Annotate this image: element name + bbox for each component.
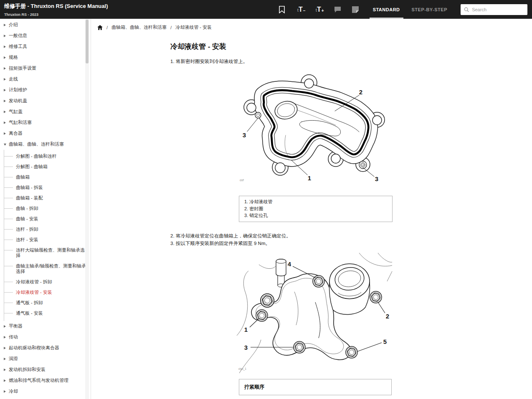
legend-line: 3. 销定位孔 — [244, 212, 388, 219]
app-title: 维修手册 - Thruxton RS (Service Manual) — [4, 3, 108, 10]
sidebar-item[interactable]: 燃油和排气系统与发动机管理 — [0, 375, 91, 386]
sidebar-subitem[interactable]: 曲轴箱 — [4, 172, 91, 182]
sidebar-item[interactable]: 离合器 — [0, 128, 91, 139]
figure-coolant-manifold: 2 3 1 3 cizf — [239, 73, 393, 182]
sidebar-subitem[interactable]: 连杆 - 拆卸 — [4, 224, 91, 235]
tree-connector — [4, 282, 13, 282]
sidebar-subitem[interactable]: 曲轴箱 - 装配 — [4, 193, 91, 203]
sidebar-subitem[interactable]: 曲轴 - 安装 — [4, 214, 91, 224]
chevron-right-icon — [4, 111, 6, 113]
sidebar-item[interactable]: 介绍 — [0, 20, 91, 30]
sidebar-item[interactable]: 气缸盖 — [0, 106, 91, 117]
comment-icon[interactable] — [334, 6, 341, 13]
sidebar-subitem[interactable]: 连杆大端轴颈检查、测量和轴承选择 — [4, 245, 91, 261]
plus-icon: + — [322, 9, 324, 13]
sidebar-scrollbar-track[interactable] — [85, 19, 89, 399]
header-titles: 维修手册 - Thruxton RS (Service Manual) Thru… — [0, 3, 108, 17]
tree-connector — [4, 266, 13, 266]
tree-connector — [4, 303, 13, 303]
procedure-step: 2. 将冷却液歧管定位在曲轴箱上，确保定位销正确定位。 — [170, 232, 396, 240]
breadcrumb-separator: / — [170, 25, 172, 30]
sidebar-item[interactable]: 起动机驱动和楔块离合器 — [0, 343, 91, 354]
sidebar-item-expanded[interactable]: 曲轴箱、曲轴、连杆和活塞 — [0, 139, 91, 150]
figure1-callout-1: 1 — [308, 174, 311, 182]
bolt-5 — [346, 346, 357, 358]
figure1-callout-3b: 3 — [375, 175, 378, 182]
minus-icon: − — [303, 9, 306, 13]
app-header: 维修手册 - Thruxton RS (Service Manual) Thru… — [0, 0, 532, 19]
font-big-glyph: T — [299, 7, 303, 13]
sidebar-subtree: 分解图 - 曲轴和连杆 分解图 - 曲轴箱 曲轴箱 曲轴箱 - 拆装 曲轴箱 -… — [4, 150, 91, 321]
search-box[interactable] — [461, 4, 527, 15]
sidebar-item[interactable]: 计划维护 — [0, 85, 91, 96]
breadcrumb-separator: / — [106, 25, 108, 30]
sidebar-item[interactable]: 润滑 — [0, 354, 91, 364]
tightening-sequence-title: 拧紧顺序 — [244, 384, 264, 390]
tree-connector — [4, 187, 13, 188]
sidebar-nav: 介绍 一般信息 维修工具 规格 扭矩扳手设置 走线 计划维护 发动机盖 气缸盖 … — [0, 19, 91, 399]
legend-line: 1. 冷却液歧管 — [244, 198, 388, 205]
tree-connector — [4, 198, 13, 198]
sidebar-scrollbar-thumb[interactable] — [86, 20, 89, 63]
chevron-right-icon — [4, 369, 6, 371]
figure1-callout-2: 2 — [359, 88, 362, 96]
figure2-callout-4: 4 — [288, 260, 291, 268]
search-input[interactable] — [472, 7, 524, 12]
chevron-right-icon — [4, 45, 6, 48]
note-icon[interactable] — [352, 6, 359, 13]
home-icon[interactable] — [97, 25, 103, 30]
sidebar-item[interactable]: 走线 — [0, 74, 91, 85]
figure-tightening-sequence: 4 2 1 3 5 ciyo_1 — [236, 252, 393, 373]
procedure-step: 3. 按以下顺序安装新的固定件并紧固至 9 Nm。 — [170, 240, 396, 247]
sidebar-item[interactable]: 传动 — [0, 332, 91, 343]
chevron-right-icon — [4, 358, 6, 360]
sidebar-subitem[interactable]: 通气板 - 安装 — [4, 308, 91, 318]
bolt-3 — [294, 341, 305, 353]
tree-connector — [4, 292, 13, 293]
font-big-glyph: T — [317, 7, 321, 13]
breadcrumb: / 曲轴箱、曲轴、连杆和活塞 / 冷却液歧管 - 安装 — [97, 24, 532, 30]
tree-connector — [4, 177, 13, 177]
chevron-right-icon — [4, 56, 6, 59]
tab-standard[interactable]: STANDARD — [367, 0, 406, 19]
page-title: 冷却液歧管 - 安装 — [170, 42, 396, 51]
figure2-callout-3: 3 — [244, 344, 248, 351]
sidebar-item[interactable]: 前悬挂 — [0, 397, 91, 399]
sidebar-subitem[interactable]: 冷却液歧管 - 拆卸 — [4, 277, 91, 287]
document-body: 冷却液歧管 - 安装 1. 将新密封圈安装到冷却液歧管上。 — [170, 42, 396, 395]
sidebar-subitem[interactable]: 通气板 - 拆卸 — [4, 298, 91, 308]
sidebar-item[interactable]: 气缸和活塞 — [0, 117, 91, 128]
chevron-right-icon — [4, 24, 6, 26]
sidebar-item[interactable]: 规格 — [0, 52, 91, 63]
sidebar-subitem[interactable]: 连杆 - 安装 — [4, 235, 91, 245]
sidebar-subitem[interactable]: 曲轴主轴承/轴颈检查、测量和轴承选择 — [4, 261, 91, 277]
figure-coolant-manifold-art: 2 3 1 3 cizf — [239, 73, 393, 182]
chevron-right-icon — [4, 121, 6, 124]
sidebar-subitem[interactable]: 曲轴 - 拆卸 — [4, 203, 91, 214]
figure2-callout-1: 1 — [244, 326, 248, 333]
content-pane: / 曲轴箱、曲轴、连杆和活塞 / 冷却液歧管 - 安装 冷却液歧管 - 安装 1… — [91, 19, 532, 399]
bookmark-icon[interactable] — [279, 6, 285, 13]
sidebar-subitem[interactable]: 曲轴箱 - 拆装 — [4, 182, 91, 193]
sidebar-item[interactable]: 平衡器 — [0, 321, 91, 332]
sidebar-item[interactable]: 维修工具 — [0, 41, 91, 52]
tab-step-by-step[interactable]: STEP-BY-STEP — [406, 0, 453, 19]
sidebar-item[interactable]: 发动机盖 — [0, 96, 91, 106]
sidebar-subitem-active[interactable]: 冷却液歧管 - 安装 — [4, 287, 91, 298]
sidebar-subitem[interactable]: 分解图 - 曲轴和连杆 — [4, 151, 91, 162]
font-increase-button[interactable]: tT+ — [316, 7, 324, 13]
figure-tightening-sequence-art: 4 2 1 3 5 ciyo_1 — [236, 252, 393, 373]
sidebar-subitem[interactable]: 分解图 - 曲轴箱 — [4, 162, 91, 172]
chevron-right-icon — [4, 89, 6, 91]
chevron-right-icon — [4, 347, 6, 349]
tree-connector — [4, 219, 13, 219]
sidebar-item[interactable]: 冷却 — [0, 386, 91, 397]
figure2-callout-5: 5 — [383, 338, 387, 345]
sidebar-item[interactable]: 一般信息 — [0, 30, 91, 41]
font-decrease-button[interactable]: tT− — [297, 7, 306, 13]
sidebar-item[interactable]: 扭矩扳手设置 — [0, 63, 91, 74]
sidebar-item[interactable]: 发动机拆卸和安装 — [0, 364, 91, 375]
breadcrumb-link-section[interactable]: 曲轴箱、曲轴、连杆和活塞 — [111, 24, 167, 30]
figure-legend-box: 1. 冷却液歧管 2. 密封圈 3. 销定位孔 — [239, 196, 393, 222]
tree-connector — [4, 167, 13, 167]
